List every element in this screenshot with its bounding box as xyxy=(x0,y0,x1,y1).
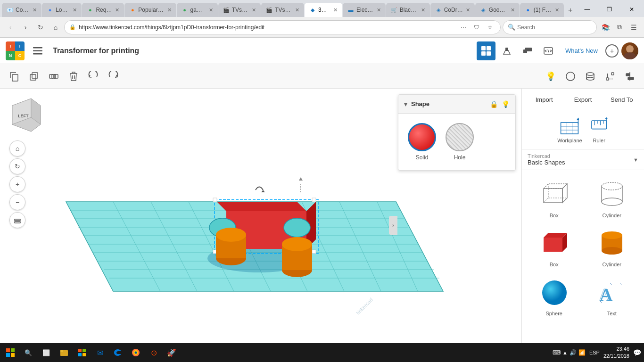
home-button[interactable]: ⌂ xyxy=(49,21,62,34)
home-view-button[interactable]: ⌂ xyxy=(9,140,25,156)
start-button[interactable] xyxy=(3,345,18,360)
back-button[interactable]: ‹ xyxy=(4,21,17,34)
shape-tool-icon[interactable] xyxy=(562,68,579,85)
export-button[interactable]: Export xyxy=(564,92,601,107)
tab-facebook[interactable]: ● (1) Facel: ✕ xyxy=(520,3,564,17)
tab-tinkercad-close[interactable]: ✕ xyxy=(333,7,338,13)
code-button[interactable] xyxy=(539,41,558,60)
url-bar[interactable]: 🔒 https://www.tinkercad.com/things/6lztj… xyxy=(64,20,501,34)
tab-codrone-close[interactable]: ✕ xyxy=(466,7,470,13)
bookmarks-icon[interactable]: 📚 xyxy=(599,21,612,34)
tab-required-close[interactable]: ✕ xyxy=(115,7,119,13)
speaker-icon[interactable]: 🔊 xyxy=(570,349,577,356)
rocket-button[interactable]: 🚀 xyxy=(163,344,180,361)
menu-button[interactable] xyxy=(28,41,47,60)
tab-gameof-close[interactable]: ✕ xyxy=(209,7,213,13)
forward-button[interactable]: › xyxy=(19,21,32,34)
add-user-button[interactable]: + xyxy=(605,44,619,58)
search-box[interactable]: 🔍 xyxy=(503,20,597,34)
import-button[interactable]: Import xyxy=(526,92,562,107)
viewport[interactable]: tinkercad LEFT ⌂ ↻ xyxy=(0,89,521,362)
tab-correo[interactable]: 📧 Correo: ✕ xyxy=(2,3,41,17)
target-button[interactable]: ⊙ xyxy=(145,344,162,361)
user-avatar[interactable] xyxy=(621,42,638,59)
view-cube[interactable]: LEFT xyxy=(8,96,45,134)
chevron-up-icon[interactable]: ▲ xyxy=(562,350,568,355)
shape-sphere-blue[interactable]: Sphere xyxy=(526,272,583,320)
tab-googlet[interactable]: ◈ Google T: ✕ xyxy=(475,3,520,17)
grid-view-button[interactable] xyxy=(477,41,495,60)
search-taskbar-button[interactable]: 🔍 xyxy=(20,344,37,361)
tab-popular-close[interactable]: ✕ xyxy=(167,7,172,13)
hole-option[interactable]: Hole xyxy=(446,123,474,161)
search-input[interactable] xyxy=(517,24,578,31)
tab-electron[interactable]: ▬ Electron: ✕ xyxy=(343,3,386,17)
zoom-out-button[interactable]: − xyxy=(9,194,25,210)
library-dropdown-arrow[interactable]: ▼ xyxy=(633,157,638,163)
tab-facebook-close[interactable]: ✕ xyxy=(555,7,559,13)
panel-collapse-button[interactable]: › xyxy=(389,216,397,235)
build-button[interactable] xyxy=(497,41,516,60)
snap-tool-icon[interactable] xyxy=(602,68,619,85)
tab-tinkercad[interactable]: ◆ 3D de: ✕ xyxy=(305,3,342,17)
edge-button[interactable] xyxy=(109,344,126,361)
workplane-item[interactable]: Workplane xyxy=(557,117,582,143)
copy-button[interactable] xyxy=(6,68,23,85)
whats-new-link[interactable]: What's New xyxy=(561,47,602,54)
visibility-icon[interactable]: 💡 xyxy=(502,100,510,108)
shape-box-wire[interactable]: Box xyxy=(526,174,583,222)
redo-button[interactable] xyxy=(105,68,122,85)
tab-popular[interactable]: ● Popular Torr: ✕ xyxy=(124,3,176,17)
close-button[interactable]: ✕ xyxy=(621,2,642,17)
tab-login[interactable]: ● Log in - ✕ xyxy=(42,3,82,17)
tab-manager-icon[interactable]: ⧉ xyxy=(613,21,626,34)
restore-button[interactable]: ❐ xyxy=(599,2,620,17)
new-tab-button[interactable]: + xyxy=(564,4,576,17)
notification-icon[interactable]: 💬 xyxy=(633,349,641,356)
minimize-button[interactable]: — xyxy=(577,2,598,17)
undo-button[interactable] xyxy=(85,68,102,85)
firefox-button[interactable] xyxy=(127,344,144,361)
blackfri-icon: 🛒 xyxy=(391,7,397,13)
shape-text-blue[interactable]: A A Text xyxy=(584,272,641,320)
url-more-button[interactable]: ⋯ xyxy=(458,22,469,33)
layers-button[interactable] xyxy=(9,212,25,228)
store-button[interactable] xyxy=(74,344,91,361)
tab-googlet-close[interactable]: ✕ xyxy=(511,7,515,13)
tab-codrone[interactable]: ◈ CoDrone: ✕ xyxy=(430,3,475,17)
tab-gameof[interactable]: ● game of ✕ xyxy=(177,3,218,17)
solid-option[interactable]: Solid xyxy=(408,123,436,161)
zoom-in-button[interactable]: + xyxy=(9,176,25,192)
tab-blackfri-close[interactable]: ✕ xyxy=(421,7,425,13)
cylinder-tool-icon[interactable] xyxy=(582,68,599,85)
tab-required[interactable]: ● Require: ✕ xyxy=(82,3,124,17)
shape-cylinder-wire[interactable]: Cylinder xyxy=(584,174,641,222)
shape-cylinder-orange[interactable]: Cylinder xyxy=(584,223,641,271)
tab-tvsubtit1[interactable]: 🎬 TVsubtit: ✕ xyxy=(218,3,261,17)
tab-tvsubtit1-close[interactable]: ✕ xyxy=(252,7,256,13)
mail-button[interactable]: ✉ xyxy=(91,344,108,361)
explorer-button[interactable] xyxy=(56,344,73,361)
send-to-button[interactable]: Send To xyxy=(603,92,640,107)
shape-panel-collapse-arrow[interactable]: ▾ xyxy=(404,100,407,108)
duplicate-button[interactable] xyxy=(25,68,42,85)
delete-button[interactable] xyxy=(65,68,82,85)
tab-tvsubtit2[interactable]: 🎬 TVsubtit: ✕ xyxy=(261,3,304,17)
tab-electron-close[interactable]: ✕ xyxy=(377,7,381,13)
star-icon[interactable]: ☆ xyxy=(484,22,495,33)
light-bulb-icon[interactable]: 💡 xyxy=(542,68,559,85)
tab-correo-close[interactable]: ✕ xyxy=(33,7,37,13)
multi-copy-button[interactable] xyxy=(45,68,62,85)
tab-tvsubtit2-close[interactable]: ✕ xyxy=(295,7,299,13)
orbit-button[interactable]: ↻ xyxy=(9,158,25,174)
task-view-button[interactable]: ⬜ xyxy=(38,344,55,361)
lock-icon[interactable]: 🔒 xyxy=(490,100,498,108)
blocks-button[interactable] xyxy=(518,41,537,60)
browser-menu-button[interactable]: ☰ xyxy=(627,21,640,34)
tab-blackfri[interactable]: 🛒 Black Fri: ✕ xyxy=(386,3,430,17)
align-tool-icon[interactable] xyxy=(621,68,638,85)
refresh-button[interactable]: ↻ xyxy=(34,21,47,34)
tab-login-close[interactable]: ✕ xyxy=(73,7,77,13)
shape-box-red[interactable]: Box xyxy=(526,223,583,271)
ruler-item[interactable]: Ruler xyxy=(590,117,609,143)
